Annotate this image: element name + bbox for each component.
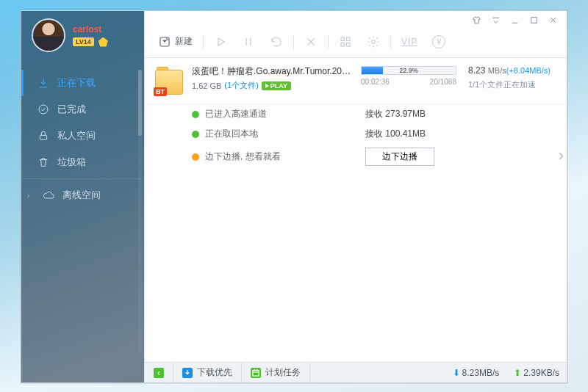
svg-rect-4 (341, 37, 345, 41)
svg-point-0 (39, 105, 48, 114)
task-details: 已进入高速通道 接收 273.97MB 正在取回本地 接收 100.41MB 边… (145, 104, 567, 170)
svg-rect-9 (253, 370, 259, 376)
apps-button[interactable] (334, 32, 356, 51)
lock-icon (37, 130, 49, 142)
svg-rect-6 (341, 43, 345, 46)
progress-percent: 22.9% (362, 67, 456, 74)
detail-value: 接收 100.41MB (365, 128, 558, 140)
folder-icon: BT (154, 65, 184, 96)
toolbar-sep (328, 35, 329, 49)
payment-button[interactable]: ¥ (428, 32, 450, 51)
svg-rect-2 (531, 17, 537, 23)
sidebar: carlost LV14 正在下载 已完成 (21, 11, 144, 382)
svg-point-8 (372, 40, 376, 43)
new-task-button[interactable]: 新建 (154, 32, 197, 51)
arrow-down-icon: ⬇ (453, 368, 460, 378)
toolbar-sep (293, 35, 294, 49)
status-collapse[interactable]: ‹ (145, 363, 173, 382)
detail-label: 正在取回本地 (205, 128, 359, 140)
speed: 8.23 MB/s(+8.04MB/s) (468, 65, 558, 76)
skin-icon[interactable] (468, 14, 484, 26)
nav-label: 已完成 (57, 103, 86, 116)
svg-rect-1 (40, 135, 46, 139)
task-size: 1.62 GB (192, 81, 221, 90)
coin-icon (98, 37, 108, 47)
nav-private[interactable]: 私人空间 (21, 123, 144, 149)
schedule-tasks[interactable]: 计划任务 (242, 363, 310, 382)
svg-rect-5 (347, 37, 351, 41)
cloud-icon (43, 189, 54, 201)
status-dot-icon (192, 111, 199, 118)
download-priority[interactable]: 下载优先 (173, 363, 242, 382)
accel-status: 1/1个文件正在加速 (468, 79, 558, 90)
vip-label: VIP (401, 37, 417, 47)
nav-label: 离线空间 (62, 189, 101, 202)
peer-count: 20/1088 (430, 78, 456, 86)
minimize-button[interactable] (506, 14, 523, 26)
chevron-left-icon: ‹ (154, 368, 164, 378)
sidebar-scrollbar[interactable] (138, 70, 142, 353)
username: carlost (73, 24, 108, 35)
nav-separator (21, 178, 144, 179)
status-label: 下载优先 (197, 366, 232, 379)
svg-rect-7 (347, 43, 351, 46)
pause-button[interactable] (237, 32, 259, 51)
toolbar-new-label: 新建 (175, 35, 193, 48)
bt-badge: BT (154, 87, 167, 96)
settings-button[interactable] (362, 32, 384, 51)
avatar[interactable] (32, 18, 65, 52)
check-circle-icon (37, 104, 49, 115)
detail-label: 已进入高速通道 (205, 108, 359, 120)
nav-downloading[interactable]: 正在下载 (21, 70, 144, 96)
detail-row: 正在取回本地 接收 100.41MB (192, 124, 558, 144)
upload-rate: ⬆ 2.39KB/s (506, 368, 567, 378)
file-count-link[interactable]: (1个文件) (224, 80, 258, 91)
detail-row: 已进入高速通道 接收 273.97MB (192, 104, 558, 124)
arrow-up-icon: ⬆ (514, 368, 521, 378)
app-window: carlost LV14 正在下载 已完成 (21, 10, 567, 383)
delete-button[interactable] (300, 32, 322, 51)
dropdown-icon[interactable] (487, 14, 503, 26)
close-button[interactable] (545, 14, 561, 26)
chevron-right-icon: › (27, 192, 35, 200)
main-panel: 新建 VIP ¥ BT 滚蛋吧！肿瘤君.Go.away.Mr (144, 11, 567, 382)
vip-button[interactable]: VIP (397, 34, 422, 50)
task-list: BT 滚蛋吧！肿瘤君.Go.away.Mr.Tumor.2015... 1.62… (145, 58, 567, 362)
profile[interactable]: carlost LV14 (21, 11, 144, 57)
download-icon (37, 77, 49, 89)
status-dot-icon (192, 153, 199, 161)
nav-label: 正在下载 (57, 76, 96, 90)
download-rate: ⬇ 8.23MB/s (445, 368, 507, 378)
progress-bar: 22.9% (361, 66, 456, 75)
scrollbar-thumb[interactable] (138, 70, 142, 136)
schedule-icon (251, 368, 261, 378)
nav-label: 私人空间 (57, 129, 96, 142)
play-badge[interactable]: PLAY (262, 81, 291, 90)
priority-icon (182, 368, 193, 378)
nav-label: 垃圾箱 (57, 156, 86, 169)
trash-icon (37, 156, 49, 168)
level-badge: LV14 (73, 37, 94, 46)
task-row[interactable]: BT 滚蛋吧！肿瘤君.Go.away.Mr.Tumor.2015... 1.62… (145, 58, 567, 104)
detail-value: 接收 273.97MB (365, 108, 558, 120)
detail-row: 边下边播, 想看就看 边下边播 (192, 144, 558, 170)
elapsed-time: 00:02:36 (361, 78, 390, 86)
nav-trash[interactable]: 垃圾箱 (21, 149, 144, 175)
detail-label: 边下边播, 想看就看 (205, 150, 359, 163)
nav-offline[interactable]: › 离线空间 (21, 182, 144, 208)
toolbar-sep (203, 35, 204, 49)
restart-button[interactable] (265, 32, 287, 51)
toolbar: 新建 VIP ¥ (145, 26, 567, 58)
titlebar (145, 11, 567, 26)
status-dot-icon (192, 131, 199, 138)
nav-completed[interactable]: 已完成 (21, 96, 144, 123)
start-button[interactable] (209, 32, 232, 51)
yen-icon: ¥ (432, 35, 445, 48)
toolbar-sep (390, 35, 391, 49)
next-page-button[interactable]: › (557, 139, 565, 173)
play-while-downloading-button[interactable]: 边下边播 (365, 148, 434, 166)
maximize-button[interactable] (526, 14, 542, 26)
status-bar: ‹ 下载优先 计划任务 ⬇ 8.23MB/s ⬆ 2.39KB (145, 362, 567, 382)
task-name: 滚蛋吧！肿瘤君.Go.away.Mr.Tumor.2015... (192, 65, 354, 78)
status-label: 计划任务 (265, 366, 301, 379)
